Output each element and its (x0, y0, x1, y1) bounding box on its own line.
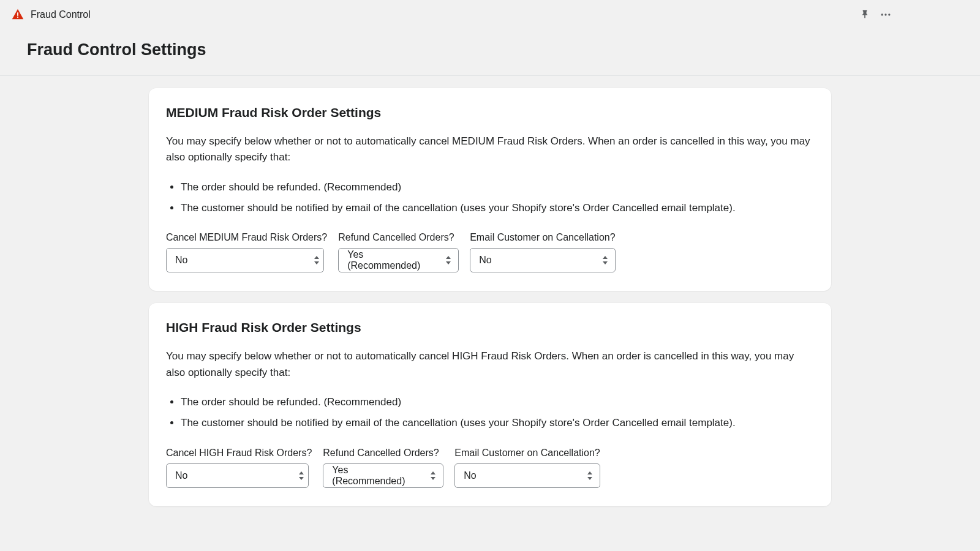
select-value: No (175, 255, 187, 266)
label-email-high: Email Customer on Cancellation? (454, 448, 600, 459)
cards-container: MEDIUM Fraud Risk Order Settings You may… (0, 76, 980, 506)
list-item: The order should be refunded. (Recommend… (181, 179, 814, 195)
select-value: Yes (Recommended) (347, 249, 436, 271)
field-email-high: Email Customer on Cancellation? No (454, 448, 600, 488)
field-refund-medium: Refund Cancelled Orders? Yes (Recommende… (338, 232, 459, 272)
warning-triangle-icon (11, 8, 24, 21)
select-value: No (464, 470, 476, 481)
header-area: Fraud Control Settings (0, 29, 980, 76)
select-cancel-medium[interactable]: No (166, 248, 324, 272)
svg-point-4 (888, 13, 890, 15)
svg-rect-0 (17, 12, 18, 15)
svg-point-2 (881, 13, 883, 15)
field-email-medium: Email Customer on Cancellation? No (470, 232, 616, 272)
card-medium-risk: MEDIUM Fraud Risk Order Settings You may… (149, 88, 831, 291)
card-title-high: HIGH Fraud Risk Order Settings (166, 320, 814, 335)
card-description-high: You may specify below whether or not to … (166, 348, 814, 381)
select-value: Yes (Recommended) (332, 465, 421, 487)
select-refund-medium[interactable]: Yes (Recommended) (338, 248, 459, 272)
topbar-actions (859, 9, 971, 21)
pin-icon[interactable] (859, 9, 871, 21)
list-item: The customer should be notified by email… (181, 415, 814, 431)
label-refund-high: Refund Cancelled Orders? (323, 448, 443, 459)
select-email-medium[interactable]: No (470, 248, 616, 272)
list-item: The customer should be notified by email… (181, 200, 814, 216)
label-cancel-medium: Cancel MEDIUM Fraud Risk Orders? (166, 232, 327, 243)
svg-point-3 (884, 13, 886, 15)
label-cancel-high: Cancel HIGH Fraud Risk Orders? (166, 448, 312, 459)
card-description-medium: You may specify below whether or not to … (166, 133, 814, 166)
svg-rect-1 (17, 17, 18, 18)
label-refund-medium: Refund Cancelled Orders? (338, 232, 459, 243)
more-horizontal-icon[interactable] (880, 9, 892, 21)
field-refund-high: Refund Cancelled Orders? Yes (Recommende… (323, 448, 443, 488)
list-item: The order should be refunded. (Recommend… (181, 394, 814, 410)
select-value: No (479, 255, 491, 266)
field-cancel-medium: Cancel MEDIUM Fraud Risk Orders? No (166, 232, 327, 272)
card-high-risk: HIGH Fraud Risk Order Settings You may s… (149, 303, 831, 506)
select-email-high[interactable]: No (454, 463, 600, 488)
form-row-high: Cancel HIGH Fraud Risk Orders? No Refund… (166, 448, 814, 488)
card-bullets-medium: The order should be refunded. (Recommend… (181, 179, 814, 217)
form-row-medium: Cancel MEDIUM Fraud Risk Orders? No Refu… (166, 232, 814, 272)
label-email-medium: Email Customer on Cancellation? (470, 232, 616, 243)
topbar: Fraud Control (0, 0, 980, 29)
select-refund-high[interactable]: Yes (Recommended) (323, 463, 443, 488)
app-title: Fraud Control (31, 9, 91, 20)
field-cancel-high: Cancel HIGH Fraud Risk Orders? No (166, 448, 312, 488)
select-cancel-high[interactable]: No (166, 463, 309, 488)
topbar-left: Fraud Control (11, 8, 91, 21)
select-value: No (175, 470, 187, 481)
page-title: Fraud Control Settings (27, 40, 980, 59)
card-title-medium: MEDIUM Fraud Risk Order Settings (166, 105, 814, 120)
card-bullets-high: The order should be refunded. (Recommend… (181, 394, 814, 432)
